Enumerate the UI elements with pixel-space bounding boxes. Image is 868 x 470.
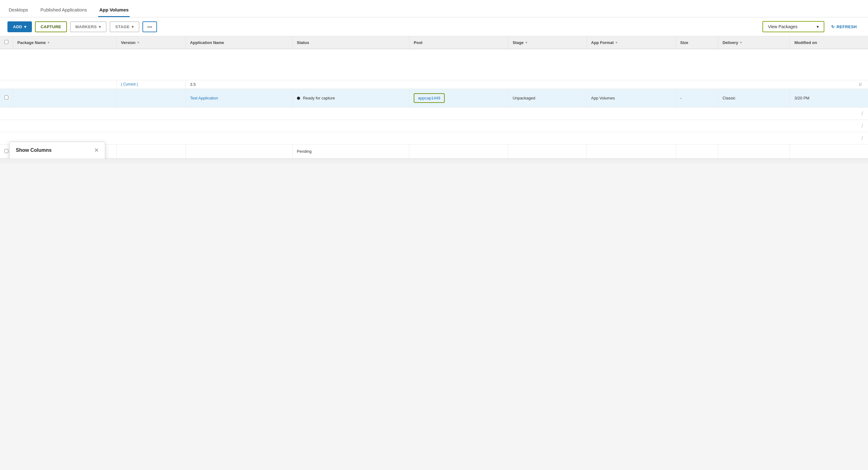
row-delivery: Classic — [718, 89, 790, 107]
refresh-icon: ↻ — [831, 25, 835, 29]
th-app-format: App Format ▼ — [587, 36, 676, 49]
table-row-empty-3: / — [0, 120, 868, 132]
capture-button[interactable]: CAPTURE — [35, 21, 67, 32]
th-application-name: Application Name — [185, 36, 292, 49]
row2-version — [117, 144, 185, 158]
package-name-filter-icon[interactable]: ▼ — [47, 41, 50, 44]
th-modified: Modified on — [790, 36, 868, 49]
dots-label: ••• — [147, 25, 152, 29]
current-label: ( Current ) — [121, 82, 138, 86]
row2-modified — [790, 144, 868, 158]
stage-chevron-icon: ▾ — [132, 25, 134, 29]
add-label: ADD — [13, 25, 22, 29]
packages-table: Package Name ▼ Version ▼ Application Nam… — [0, 36, 868, 158]
th-pool: Pool — [409, 36, 508, 49]
stage-label: STAGE — [115, 25, 129, 29]
table-row-empty-4: / — [0, 132, 868, 144]
view-packages-chevron-icon: ▾ — [816, 24, 819, 29]
refresh-label: REFRESH — [836, 25, 857, 29]
popover-close-button[interactable]: ✕ — [94, 147, 99, 154]
row-modified: 3/20 PM — [790, 89, 868, 107]
row-app-format: App Volumes — [587, 89, 676, 107]
row2-stage — [508, 144, 587, 158]
select-all-checkbox[interactable] — [4, 40, 8, 44]
popover-title: Show Columns — [16, 147, 52, 153]
refresh-button[interactable]: ↻ REFRESH — [828, 22, 861, 32]
th-package-name: Package Name ▼ — [13, 36, 117, 49]
version-filter-icon[interactable]: ▼ — [137, 41, 140, 44]
table-row[interactable]: Test Application Ready for capture appca… — [0, 89, 868, 107]
row-application-name[interactable]: Test Application — [185, 89, 292, 107]
page-indicator: 1/ — [859, 82, 862, 86]
row2-delivery — [718, 144, 790, 158]
pool-link[interactable]: appcap1449 — [414, 93, 445, 103]
table-row-empty-1 — [0, 49, 868, 80]
horizontal-scrollbar[interactable] — [0, 158, 868, 164]
table-header-row: Package Name ▼ Version ▼ Application Nam… — [0, 36, 868, 49]
status-dot-icon — [297, 97, 300, 100]
th-delivery: Delivery ▼ — [718, 36, 790, 49]
stage-button[interactable]: STAGE ▾ — [110, 21, 140, 32]
more-options-button[interactable]: ••• — [143, 21, 157, 32]
row2-application-name — [185, 144, 292, 158]
markers-button[interactable]: MARKERS ▾ — [70, 21, 107, 32]
markers-chevron-icon: ▾ — [99, 25, 101, 29]
row2-status: Pending — [292, 144, 409, 158]
table-row-pending[interactable]: Pending — [0, 144, 868, 158]
application-name-link[interactable]: Test Application — [190, 96, 218, 100]
row2-size — [676, 144, 718, 158]
row-stage: Unpackaged — [508, 89, 587, 107]
tab-published-apps[interactable]: Published Applications — [39, 2, 88, 17]
th-status: Status — [292, 36, 409, 49]
row-package-name — [13, 89, 117, 107]
markers-label: MARKERS — [75, 25, 97, 29]
top-navigation: Desktops Published Applications App Volu… — [0, 0, 868, 17]
capture-label: CAPTURE — [40, 25, 61, 29]
th-size: Size — [676, 36, 718, 49]
row-pool[interactable]: appcap1449 — [409, 89, 508, 107]
row-checkbox-cell — [0, 89, 13, 107]
status-text: Ready for capture — [303, 96, 335, 100]
view-packages-button[interactable]: View Packages ▾ — [763, 21, 824, 32]
version-value: 3.5 — [190, 82, 196, 87]
table-container: Package Name ▼ Version ▼ Application Nam… — [0, 36, 868, 158]
tab-desktops[interactable]: Desktops — [7, 2, 29, 17]
th-stage: Stage ▼ — [508, 36, 587, 49]
row-status: Ready for capture — [292, 89, 409, 107]
toolbar: ADD ▾ CAPTURE MARKERS ▾ STAGE ▾ ••• View… — [0, 17, 868, 36]
add-chevron-icon: ▾ — [24, 25, 27, 29]
row2-status-text: Pending — [297, 149, 312, 154]
current-label-row: ( Current ) 3.5 1/ — [0, 80, 868, 89]
app-format-filter-icon[interactable]: ▼ — [615, 41, 618, 44]
tab-app-volumes[interactable]: App Volumes — [98, 2, 130, 17]
add-button[interactable]: ADD ▾ — [7, 21, 32, 32]
row-size: - — [676, 89, 718, 107]
th-checkbox — [0, 36, 13, 49]
row-version — [117, 89, 185, 107]
th-version: Version ▼ — [117, 36, 185, 49]
row-select-checkbox[interactable] — [4, 95, 8, 99]
delivery-filter-icon[interactable]: ▼ — [740, 41, 743, 44]
show-columns-popover: Show Columns ✕ Package Name Version Appl… — [9, 142, 105, 158]
popover-header: Show Columns ✕ — [16, 147, 99, 154]
stage-filter-icon[interactable]: ▼ — [525, 41, 528, 44]
view-packages-label: View Packages — [768, 24, 797, 29]
row2-pool — [409, 144, 508, 158]
table-row-empty-2: / — [0, 107, 868, 120]
row2-app-format — [587, 144, 676, 158]
row2-select-checkbox[interactable] — [4, 149, 8, 153]
